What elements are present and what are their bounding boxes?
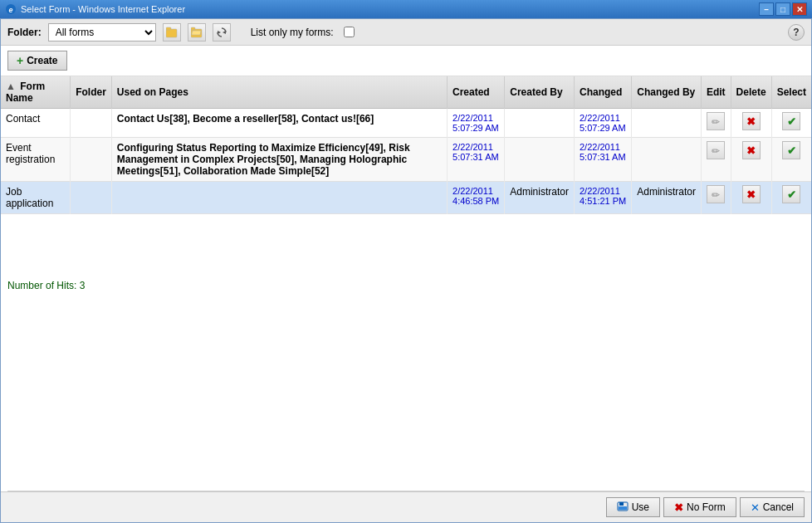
- create-label: Create: [27, 55, 57, 66]
- delete-icon: [746, 115, 756, 128]
- maximize-button[interactable]: □: [775, 2, 790, 16]
- svg-rect-2: [166, 29, 177, 37]
- col-select: Select: [771, 76, 811, 109]
- cell-used-on-pages: Contact Us[38], Become a reseller[58], C…: [111, 109, 447, 138]
- select-button-2[interactable]: [782, 185, 800, 203]
- cell-folder: [71, 138, 112, 182]
- refresh-button[interactable]: [213, 23, 231, 42]
- no-form-label: No Form: [687, 501, 726, 513]
- cell-changed: 2/22/2011 5:07:31 AM: [574, 138, 631, 182]
- cell-delete: [731, 109, 771, 138]
- cell-select: [771, 109, 811, 138]
- edit-icon: [712, 115, 720, 128]
- table-container[interactable]: ▲ FormName Folder Used on Pages Created …: [1, 76, 811, 273]
- footer: Use ✖ No Form ✕ Cancel: [1, 491, 811, 522]
- select-icon: [787, 115, 796, 128]
- svg-rect-3: [166, 27, 171, 30]
- use-button[interactable]: Use: [606, 497, 660, 517]
- window-controls: – □ ✕: [759, 2, 807, 16]
- folder-open-icon: [191, 27, 203, 38]
- svg-rect-7: [619, 502, 624, 506]
- delete-button-0[interactable]: [742, 112, 761, 130]
- cell-created: 2/22/2011 5:07:31 AM: [448, 138, 505, 182]
- cell-edit: [701, 182, 731, 214]
- col-used-on-pages[interactable]: Used on Pages: [111, 76, 447, 109]
- cell-created-by: Administrator: [505, 182, 575, 214]
- cancel-label: Cancel: [763, 501, 794, 513]
- edit-button-2[interactable]: [707, 185, 725, 203]
- select-button-0[interactable]: [782, 112, 800, 130]
- window-body: Folder: All forms My forms: [0, 18, 812, 523]
- table-row[interactable]: Job application2/22/2011 4:46:58 PMAdmin…: [1, 182, 811, 214]
- list-only-checkbox[interactable]: [344, 27, 355, 37]
- cancel-button[interactable]: ✕ Cancel: [740, 497, 805, 517]
- cell-changed-by: [632, 138, 702, 182]
- hits-count: Number of Hits: 3: [7, 280, 85, 291]
- hits-section: Number of Hits: 3: [1, 273, 811, 295]
- sort-asc-icon: ▲: [6, 81, 16, 92]
- cell-select: [771, 182, 811, 214]
- new-folder-button[interactable]: [163, 23, 181, 42]
- select-button-1[interactable]: [782, 141, 800, 159]
- folder-label: Folder:: [7, 27, 42, 38]
- create-section: + Create: [1, 46, 811, 76]
- table-row[interactable]: Event registrationConfiguring Status Rep…: [1, 138, 811, 182]
- cell-edit: [701, 138, 731, 182]
- cell-created: 2/22/2011 4:46:58 PM: [448, 182, 505, 214]
- col-created[interactable]: Created: [448, 76, 505, 109]
- refresh-icon: [216, 27, 227, 38]
- cell-changed: 2/22/2011 4:51:21 PM: [574, 182, 631, 214]
- cell-created-by: [505, 138, 575, 182]
- delete-button-2[interactable]: [742, 185, 761, 203]
- delete-icon: [746, 188, 756, 201]
- cell-select: [771, 138, 811, 182]
- col-changed-by[interactable]: Changed By: [632, 76, 702, 109]
- cell-folder: [71, 182, 112, 214]
- col-form-name[interactable]: ▲ FormName: [1, 76, 71, 109]
- select-icon: [787, 144, 796, 157]
- forms-table: ▲ FormName Folder Used on Pages Created …: [1, 76, 811, 214]
- no-form-button[interactable]: ✖ No Form: [663, 497, 736, 517]
- cell-created: 2/22/2011 5:07:29 AM: [448, 109, 505, 138]
- cancel-icon: ✕: [751, 501, 760, 514]
- cell-form-name: Job application: [1, 182, 71, 214]
- close-button[interactable]: ✕: [792, 2, 807, 16]
- delete-button-1[interactable]: [742, 141, 761, 159]
- svg-text:e: e: [8, 6, 12, 14]
- cell-edit: [701, 109, 731, 138]
- svg-rect-8: [619, 506, 627, 510]
- ie-icon: e: [5, 3, 17, 15]
- table-row[interactable]: ContactContact Us[38], Become a reseller…: [1, 109, 811, 138]
- cell-delete: [731, 182, 771, 214]
- col-folder[interactable]: Folder: [71, 76, 112, 109]
- content-area: [1, 295, 811, 491]
- cell-used-on-pages: [111, 182, 447, 214]
- use-label: Use: [632, 501, 649, 513]
- cell-changed-by: [632, 109, 702, 138]
- folder-new-icon: [166, 27, 178, 38]
- col-created-by[interactable]: Created By: [505, 76, 575, 109]
- cell-changed: 2/22/2011 5:07:29 AM: [574, 109, 631, 138]
- create-button[interactable]: + Create: [7, 51, 67, 71]
- table-header-row: ▲ FormName Folder Used on Pages Created …: [1, 76, 811, 109]
- cell-form-name: Event registration: [1, 138, 71, 182]
- cell-changed-by: Administrator: [632, 182, 702, 214]
- edit-icon: [712, 188, 720, 201]
- window-title: Select Form - Windows Internet Explorer: [21, 4, 759, 14]
- delete-icon: [746, 144, 756, 157]
- title-bar: e Select Form - Windows Internet Explore…: [0, 0, 812, 18]
- minimize-button[interactable]: –: [759, 2, 774, 16]
- edit-button-0[interactable]: [707, 112, 725, 130]
- list-only-label: List only my forms:: [251, 27, 334, 38]
- open-folder-button[interactable]: [188, 23, 206, 42]
- cell-folder: [71, 109, 112, 138]
- edit-button-1[interactable]: [707, 141, 725, 159]
- toolbar: Folder: All forms My forms: [1, 19, 811, 46]
- plus-icon: +: [17, 54, 23, 67]
- cell-delete: [731, 138, 771, 182]
- folder-select[interactable]: All forms My forms: [48, 23, 156, 42]
- col-changed[interactable]: Changed: [574, 76, 631, 109]
- help-button[interactable]: ?: [788, 24, 805, 41]
- no-form-icon: ✖: [674, 501, 683, 514]
- edit-icon: [712, 144, 720, 157]
